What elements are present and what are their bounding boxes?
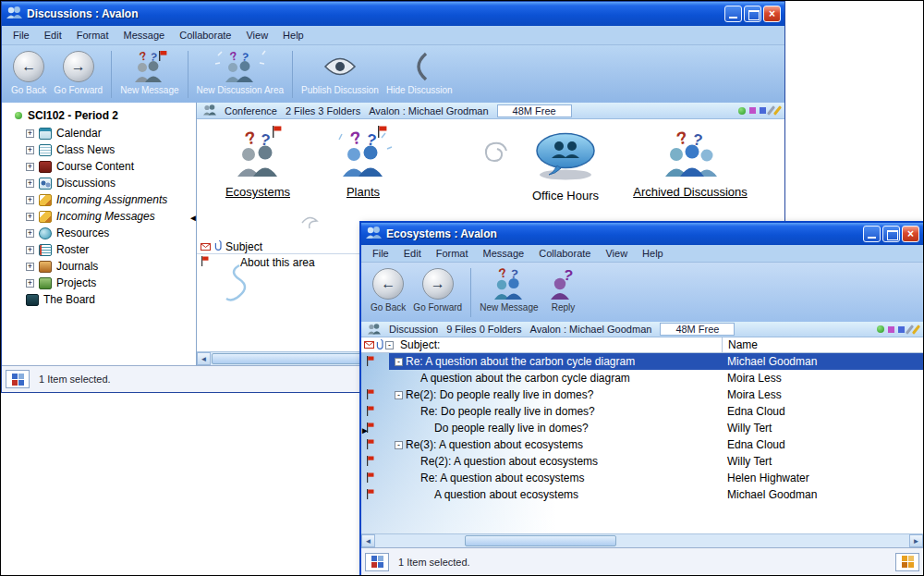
menu-item[interactable]: Edit	[396, 246, 429, 261]
svg-text:?: ?	[348, 130, 363, 149]
menu-item[interactable]: Collaborate	[531, 246, 598, 261]
table-row[interactable]: - A question about the carbon cycle diag…	[361, 370, 923, 386]
menu-item[interactable]: File	[365, 246, 396, 261]
maximize-button[interactable]	[882, 226, 900, 242]
new-message-icon: ??	[128, 49, 171, 83]
menu-item[interactable]: Format	[429, 246, 476, 261]
new-message-button[interactable]: ?? New Message	[476, 265, 541, 320]
horizontal-scrollbar[interactable]: ◄ ►	[361, 533, 923, 547]
row-author-name: Moira Less	[722, 388, 923, 401]
tree-item[interactable]: + Resources	[2, 225, 196, 241]
tree-item[interactable]: + Journals	[2, 258, 196, 275]
minimize-button[interactable]	[863, 226, 881, 242]
tree-item[interactable]: + The Board	[2, 291, 196, 308]
menu-item[interactable]: Help	[635, 246, 671, 261]
expand-plus-icon[interactable]: +	[26, 213, 34, 221]
minimize-button[interactable]	[724, 6, 742, 22]
split-view-button[interactable]	[895, 553, 919, 571]
titlebar[interactable]: Ecosystems : Avalon ×	[361, 223, 923, 245]
thread-collapse-toggle[interactable]: -	[395, 358, 403, 366]
menu-item[interactable]: View	[598, 246, 635, 261]
row-author-name: Moira Less	[722, 372, 923, 385]
tree-item-label: Discussions	[56, 177, 116, 190]
expand-plus-icon[interactable]: +	[26, 146, 34, 154]
menu-item[interactable]: Format	[69, 28, 116, 43]
new-message-button[interactable]: ?? New Message	[116, 48, 182, 101]
scrollbar-thumb[interactable]	[212, 353, 367, 364]
expand-plus-icon[interactable]: +	[26, 279, 34, 288]
back-arrow-icon: ←	[372, 268, 404, 300]
menu-item[interactable]: Message	[116, 28, 173, 43]
conference-item-ecosystems[interactable]: ?? Ecosystems	[202, 130, 313, 199]
row-subject: A question about the carbon cycle diagra…	[420, 372, 630, 385]
tree-item[interactable]: + Projects	[2, 275, 196, 291]
view-mode-button[interactable]	[365, 553, 389, 571]
table-row[interactable]: - Re(2): Do people really live in domes?…	[361, 386, 923, 403]
sidebar-collapse-arrow[interactable]: ◄	[188, 214, 198, 223]
go-forward-button[interactable]: → Go Forward	[50, 48, 106, 101]
tree-root-course[interactable]: SCI102 - Period 2	[2, 106, 196, 125]
maximize-button[interactable]	[744, 6, 761, 22]
table-row[interactable]: - Re: Do people really live in domes? Ed…	[361, 403, 923, 420]
tree-item[interactable]: + Calendar	[2, 125, 196, 141]
close-button[interactable]: ×	[902, 226, 919, 242]
new-discussion-area-button[interactable]: ?? New Discussion Area	[193, 48, 287, 101]
view-mode-button[interactable]	[6, 370, 30, 388]
tree-item[interactable]: + Incoming Assignments	[2, 191, 196, 208]
row-subject: Re: A question about the carbon cycle di…	[406, 355, 635, 368]
tree-item[interactable]: + Incoming Messages	[2, 208, 196, 225]
menu-item[interactable]: Edit	[37, 28, 69, 43]
go-back-button[interactable]: ← Go Back	[7, 48, 50, 101]
close-button[interactable]: ×	[763, 6, 781, 22]
hide-discussion-button[interactable]: Hide Discussion	[383, 48, 456, 101]
expand-plus-icon[interactable]: +	[26, 163, 34, 171]
conference-item-plants[interactable]: ?? Plants	[317, 130, 409, 199]
discussion-app-icon	[365, 225, 382, 243]
menu-item[interactable]: File	[6, 28, 37, 43]
expand-plus-icon[interactable]: +	[26, 196, 34, 204]
scroll-right-button[interactable]: ►	[909, 534, 923, 547]
subject-column-header[interactable]: Subject:	[393, 338, 722, 351]
scroll-left-button[interactable]: ◄	[197, 352, 211, 365]
titlebar[interactable]: Discussions : Avalon ×	[2, 2, 784, 26]
roster-icon	[39, 244, 52, 256]
subject-column-header[interactable]: Subject	[225, 240, 262, 253]
name-column-header[interactable]: Name	[722, 337, 923, 352]
table-row[interactable]: - A question about ecosystems Michael Go…	[361, 486, 923, 503]
conference-item-archived-discussions[interactable]: ?? Archived Discussions	[607, 130, 773, 199]
tree-item[interactable]: + Course Content	[2, 158, 196, 175]
tree-root-label: SCI102 - Period 2	[28, 109, 118, 122]
row-subject: A question about ecosystems	[434, 488, 578, 501]
tree-item-label: Projects	[56, 276, 96, 289]
menu-item[interactable]: View	[238, 28, 275, 43]
scrollbar-thumb[interactable]	[465, 535, 616, 546]
table-row[interactable]: - Re: A question about ecosystems Helen …	[361, 470, 923, 486]
go-forward-button[interactable]: → Go Forward	[409, 265, 466, 320]
menu-item[interactable]: Collaborate	[172, 28, 238, 43]
tree-item[interactable]: + Discussions	[2, 175, 196, 191]
table-row[interactable]: - Do people really live in domes? Willy …	[361, 420, 923, 436]
tree-item[interactable]: + Roster	[2, 241, 196, 258]
menu-item[interactable]: Help	[275, 28, 311, 43]
table-row[interactable]: - Re: A question about the carbon cycle …	[361, 353, 923, 370]
scroll-left-button[interactable]: ◄	[361, 534, 375, 547]
expand-plus-icon[interactable]: +	[26, 229, 34, 238]
file-folder-counts: 2 Files 3 Folders	[286, 105, 360, 116]
table-row[interactable]: - Re(2): A question about ecosystems Wil…	[361, 453, 923, 470]
expand-plus-icon[interactable]: +	[26, 129, 34, 138]
tree-item-label: Resources	[56, 227, 109, 239]
tree-item-label: Class News	[56, 143, 115, 156]
expand-plus-icon[interactable]: +	[26, 246, 34, 254]
go-back-button[interactable]: ← Go Back	[367, 265, 409, 320]
expand-plus-icon[interactable]: +	[26, 179, 34, 188]
thread-collapse-toggle[interactable]: -	[395, 441, 403, 449]
reply-button[interactable]: ? Reply	[542, 265, 585, 320]
pane-expand-arrow[interactable]: ►	[360, 426, 370, 435]
tree-item[interactable]: + Class News	[2, 141, 196, 158]
thread-collapse-toggle[interactable]: -	[395, 391, 403, 399]
menu-item[interactable]: Message	[476, 246, 532, 261]
window-title: Ecosystems : Avalon	[386, 227, 858, 240]
table-row[interactable]: - Re(3): A question about ecosystems Edn…	[361, 436, 923, 453]
expand-plus-icon[interactable]: +	[26, 263, 34, 271]
publish-discussion-button[interactable]: Publish Discussion	[298, 48, 383, 101]
